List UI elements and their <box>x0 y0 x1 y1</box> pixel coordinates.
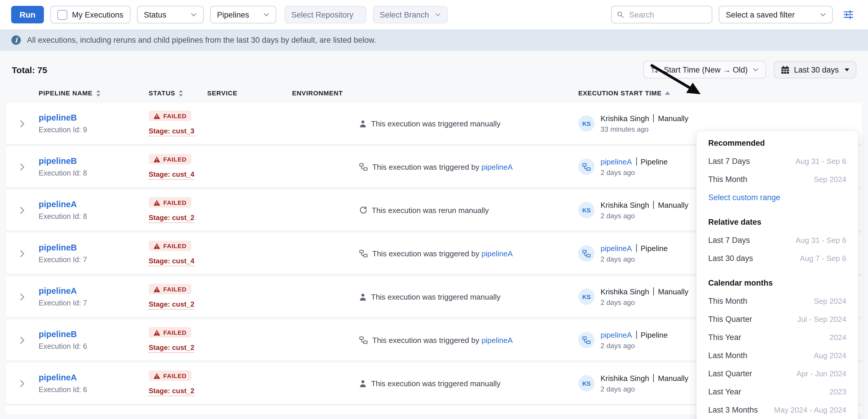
triggered-by-pipeline-link[interactable]: pipelineA <box>600 244 632 253</box>
trigger-pipeline-link[interactable]: pipelineA <box>482 249 513 258</box>
expand-chevron-icon[interactable] <box>20 163 25 170</box>
header-status[interactable]: STATUS <box>149 90 207 97</box>
status-cell: FAILEDStage: cust_2 <box>149 370 207 396</box>
warning-icon <box>153 286 160 292</box>
pipeline-name-link[interactable]: pipelineA <box>39 286 149 296</box>
date-option-range: Aug 7 - Sep 6 <box>800 249 846 267</box>
date-menu-item[interactable]: Last 7 DaysAug 31 - Sep 6 <box>708 152 846 170</box>
failed-stage-link[interactable]: Stage: cust_2 <box>149 387 194 396</box>
status-cell: FAILEDStage: cust_3 <box>149 110 207 136</box>
sort-dropdown[interactable]: Start Time (New → Old) <box>643 61 767 78</box>
expand-chevron-icon[interactable] <box>20 120 25 127</box>
pipelines-filter-dropdown[interactable]: Pipelines <box>210 6 276 23</box>
info-banner-text: All executions, including reruns and chi… <box>27 36 376 44</box>
sort-toggle-icon[interactable] <box>179 90 184 96</box>
pipeline-icon <box>582 163 591 170</box>
date-menu-section-title: Recommended <box>708 137 846 150</box>
date-option-label: Last 3 Months <box>708 401 758 419</box>
my-executions-checkbox[interactable] <box>57 10 67 20</box>
date-menu-custom-range-link[interactable]: Select custom range <box>708 188 846 206</box>
expand-chevron-icon[interactable] <box>20 380 25 387</box>
calendar-icon <box>781 65 790 74</box>
warning-icon <box>153 243 160 249</box>
my-executions-toggle[interactable]: My Executions <box>50 6 130 23</box>
saved-filter-dropdown[interactable]: Select a saved filter <box>719 6 833 23</box>
trigger-message: This execution was triggered manually <box>360 119 578 128</box>
user-avatar: KS <box>578 289 595 305</box>
date-menu-item[interactable]: Last Year2023 <box>708 383 846 401</box>
date-menu-item[interactable]: Last 7 DaysAug 31 - Sep 6 <box>708 231 846 249</box>
date-option-range: May 2024 - Aug 2024 <box>774 401 846 419</box>
date-menu-item[interactable]: This MonthSep 2024 <box>708 170 846 188</box>
filter-settings-button[interactable] <box>839 6 857 23</box>
date-option-range: Jul - Sep 2024 <box>797 310 846 328</box>
total-count: Total: 75 <box>12 65 47 75</box>
pipeline-name-link[interactable]: pipelineA <box>39 373 149 383</box>
header-start-time[interactable]: EXECUTION START TIME <box>578 90 862 97</box>
execution-time: 2 days ago <box>600 385 688 393</box>
pipeline-name-link[interactable]: pipelineA <box>39 199 149 210</box>
date-menu-section: RecommendedLast 7 DaysAug 31 - Sep 6This… <box>708 137 846 206</box>
date-option-range: Sep 2024 <box>814 292 846 310</box>
date-menu-item[interactable]: This MonthSep 2024 <box>708 292 846 310</box>
search-input[interactable] <box>628 10 707 20</box>
pipeline-name-link[interactable]: pipelineB <box>39 113 149 123</box>
execution-id: Execution Id: 8 <box>39 213 149 221</box>
sort-toggle-icon[interactable] <box>96 90 101 96</box>
date-option-label: This Month <box>708 292 747 310</box>
date-menu-item[interactable]: This Year2024 <box>708 328 846 347</box>
expand-chevron-icon[interactable] <box>20 206 25 214</box>
date-menu-item[interactable]: Last QuarterApr - Jun 2024 <box>708 364 846 383</box>
date-range-button[interactable]: Last 30 days <box>774 61 856 78</box>
expand-chevron-icon[interactable] <box>20 336 25 344</box>
top-toolbar: Run My Executions Status Pipelines Selec… <box>0 0 868 29</box>
status-cell: FAILEDStage: cust_4 <box>149 240 207 266</box>
trigger-message: This execution was triggered by pipeline… <box>360 249 578 258</box>
search-box[interactable] <box>611 6 712 23</box>
trigger-message: This execution was triggered manually <box>360 379 578 388</box>
caret-down-icon <box>845 68 849 71</box>
triggered-by-pipeline-link[interactable]: pipelineA <box>600 330 632 339</box>
table-header-row: PIPELINE NAME STATUS SERVICE ENVIRONMENT <box>6 87 862 99</box>
user-avatar: KS <box>578 375 595 391</box>
repository-filter-dropdown[interactable]: Select Repository <box>284 6 366 23</box>
date-option-range: Apr - Jun 2024 <box>796 364 846 383</box>
trigger-pipeline-link[interactable]: pipelineA <box>482 162 513 171</box>
execution-id: Execution Id: 7 <box>39 256 149 264</box>
trigger-pipeline-link[interactable]: pipelineA <box>482 335 513 344</box>
status-filter-dropdown[interactable]: Status <box>137 6 204 23</box>
date-menu-item[interactable]: Last MonthAug 2024 <box>708 347 846 364</box>
failed-stage-link[interactable]: Stage: cust_3 <box>149 127 194 136</box>
pipeline-name-link[interactable]: pipelineB <box>39 329 149 340</box>
pipeline-icon <box>360 336 368 344</box>
sort-asc-icon[interactable] <box>665 91 671 95</box>
expand-chevron-icon[interactable] <box>20 293 25 300</box>
failed-stage-link[interactable]: Stage: cust_4 <box>149 170 194 180</box>
date-range-label: Last 30 days <box>794 65 839 74</box>
avatar-initials: KS <box>582 380 591 387</box>
trigger-type: Manually <box>658 114 688 123</box>
trigger-type: Manually <box>658 200 688 209</box>
pipeline-name-link[interactable]: pipelineB <box>39 156 149 166</box>
branch-filter-dropdown[interactable]: Select Branch <box>373 6 448 23</box>
triggered-by-pipeline-link[interactable]: pipelineA <box>600 157 632 166</box>
trigger-message: This execution was rerun manually <box>360 206 578 215</box>
pipeline-cell: pipelineAExecution Id: 6 <box>39 373 149 394</box>
expand-chevron-icon[interactable] <box>20 250 25 257</box>
date-option-range: 2024 <box>829 328 846 347</box>
pipeline-name-link[interactable]: pipelineB <box>39 243 149 253</box>
failed-stage-link[interactable]: Stage: cust_4 <box>149 257 194 266</box>
execution-id: Execution Id: 8 <box>39 169 149 177</box>
date-option-label: This Month <box>708 170 747 188</box>
date-menu-item[interactable]: This QuarterJul - Sep 2024 <box>708 310 846 328</box>
failed-stage-link[interactable]: Stage: cust_2 <box>149 343 194 353</box>
date-menu-item[interactable]: Last 3 MonthsMay 2024 - Aug 2024 <box>708 401 846 419</box>
header-pipeline-name[interactable]: PIPELINE NAME <box>39 90 149 97</box>
date-option-label: Last 7 Days <box>708 152 750 170</box>
date-option-label: Last Quarter <box>708 364 752 383</box>
date-option-label: Last Month <box>708 347 747 364</box>
failed-stage-link[interactable]: Stage: cust_2 <box>149 213 194 223</box>
run-button[interactable]: Run <box>11 6 44 23</box>
date-menu-item[interactable]: Last 30 daysAug 7 - Sep 6 <box>708 249 846 267</box>
failed-stage-link[interactable]: Stage: cust_2 <box>149 300 194 310</box>
